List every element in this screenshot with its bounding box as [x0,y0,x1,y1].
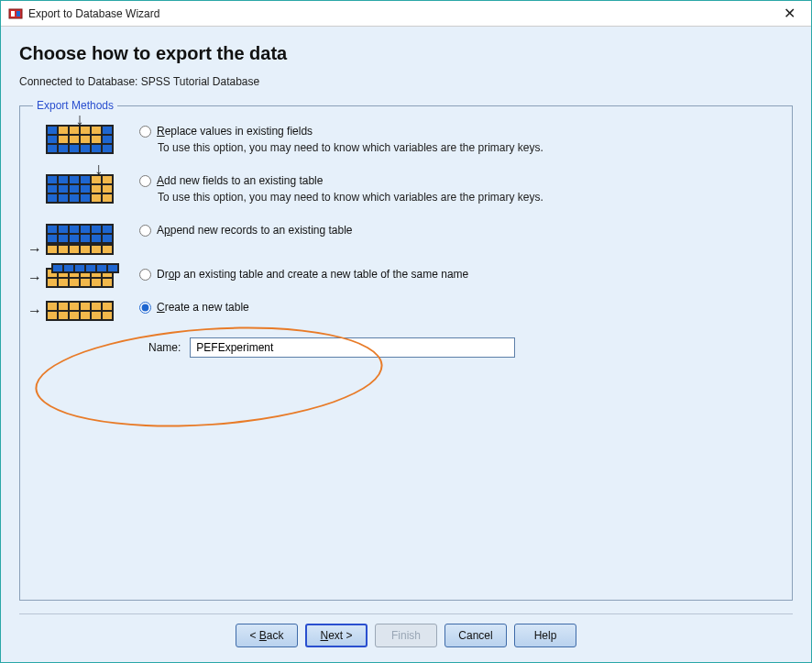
window-title: Export to Database Wizard [28,7,774,20]
radio-drop[interactable] [139,269,151,281]
replace-icon: ↓ [33,125,126,154]
addfields-icon: ↓ [33,174,126,204]
page-heading: Choose how to export the data [19,43,793,64]
radio-addfields-label: Add new fields to an existing table [157,174,323,187]
new-table-name-input[interactable] [190,337,515,358]
back-button[interactable]: < Back [236,624,298,647]
wizard-content: Choose how to export the data Connected … [1,27,811,662]
svg-rect-2 [16,11,20,17]
radio-create[interactable] [139,302,151,314]
next-button[interactable]: Next > [305,624,368,647]
arrow-right-icon: → [27,241,42,258]
help-button[interactable]: Help [514,624,576,647]
radio-append-label: Append new records to an existing table [157,224,353,237]
titlebar: Export to Database Wizard ✕ [1,1,811,27]
database-name: SPSS Tutorial Database [141,75,259,88]
option-addfields: ↓ Add new fields to an existing table To… [33,174,779,204]
new-table-name-row: Name: [148,337,779,358]
radio-replace-label: Replace values in existing fields [157,125,313,138]
arrow-right-icon: → [27,303,42,319]
option-create: → Create a new table [33,301,779,321]
annotation-ellipse [32,316,386,437]
svg-rect-1 [11,11,15,17]
arrow-down-icon: ↓ [76,110,84,129]
drop-icon: → [33,268,126,288]
radio-addfields[interactable] [139,175,151,187]
create-icon: → [33,301,126,321]
close-icon[interactable]: ✕ [774,1,804,27]
separator [19,613,793,614]
option-replace: ↓ Replace values in existing fields To u… [33,125,779,154]
arrow-right-icon: → [27,270,42,286]
app-icon [8,6,23,21]
option-drop: → Drop an existing table and create a ne… [33,268,779,288]
connected-line: Connected to Database: SPSS Tutorial Dat… [19,75,793,88]
replace-desc: To use this option, you may need to know… [158,141,779,154]
radio-replace[interactable] [139,126,151,138]
connected-prefix: Connected to Database: [19,75,141,88]
cancel-button[interactable]: Cancel [444,624,507,647]
arrow-down-icon: ↓ [94,160,103,179]
option-append: → Append new records to an existing tabl… [33,224,779,255]
radio-append[interactable] [139,225,151,237]
wizard-buttons: < Back Next > Finish Cancel Help [19,624,793,653]
export-methods-group: Export Methods ↓ Replace values in exist… [19,99,793,601]
append-icon: → [33,224,126,255]
name-label: Name: [148,341,181,354]
finish-button[interactable]: Finish [375,624,437,647]
radio-create-label: Create a new table [157,301,249,314]
radio-drop-label: Drop an existing table and create a new … [157,268,468,281]
addfields-desc: To use this option, you may need to know… [158,191,779,204]
